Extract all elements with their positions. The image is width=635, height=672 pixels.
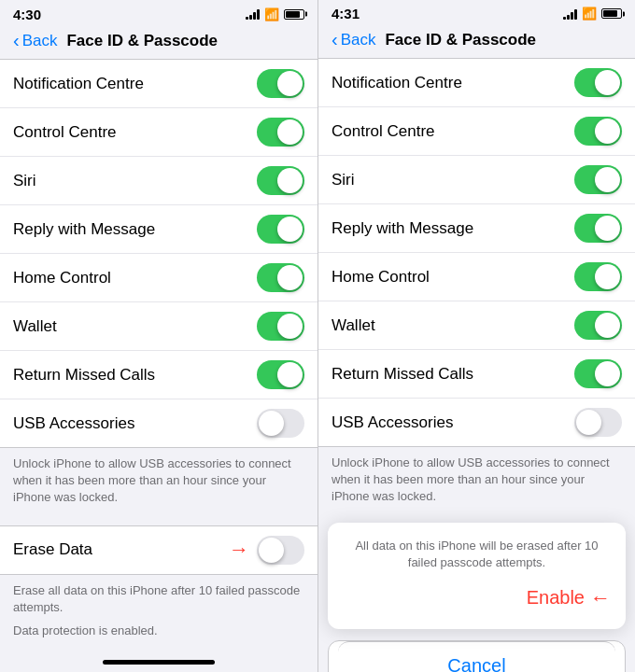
list-item[interactable]: Home Control (318, 253, 635, 301)
toggle-notification-centre-r[interactable] (574, 68, 622, 97)
list-item[interactable]: Home Control (0, 254, 318, 302)
cancel-label: Cancel (447, 655, 505, 672)
time-left: 4:30 (13, 7, 41, 22)
chevron-left-icon: ‹ (332, 29, 338, 50)
enable-button-row: Enable ← (343, 582, 611, 614)
list-item[interactable]: Control Centre (318, 107, 635, 156)
list-item[interactable]: Reply with Message (318, 204, 635, 253)
list-item[interactable]: Wallet (318, 301, 635, 350)
list-item[interactable]: Notification Centre (0, 60, 318, 108)
row-label: Siri (332, 171, 355, 189)
toggle-control-centre-r[interactable] (574, 117, 622, 146)
status-icons-left: 📶 (246, 7, 304, 21)
signal-icon (563, 8, 577, 20)
toggle-control-centre[interactable] (257, 118, 304, 147)
row-label: Return Missed Calls (13, 366, 155, 385)
erase-label: Erase Data (13, 540, 92, 559)
time-right: 4:31 (332, 6, 360, 21)
page-title-right: Face ID & Passcode (385, 31, 536, 49)
back-button-left[interactable]: ‹ Back (13, 30, 57, 51)
data-protection-text: Data protection is enabled. (0, 620, 318, 649)
enable-button[interactable]: Enable (527, 587, 585, 609)
toggle-calls-r[interactable] (574, 359, 622, 388)
arrow-left-icon: ← (590, 586, 611, 610)
dialog-box: All data on this iPhone will be erased a… (328, 523, 626, 629)
toggle-return-calls[interactable] (257, 360, 304, 389)
toggle-siri[interactable] (257, 166, 304, 195)
list-item[interactable]: Siri (0, 157, 318, 205)
list-item[interactable]: USB Accessories (0, 399, 318, 447)
settings-list-right: Notification Centre Control Centre Siri … (318, 58, 635, 447)
row-label: Home Control (332, 268, 430, 287)
status-bar-right: 4:31 📶 (318, 0, 635, 25)
row-label: Reply with Message (332, 219, 473, 238)
toggle-wallet-r[interactable] (574, 311, 622, 340)
toggle-erase[interactable] (257, 536, 304, 565)
status-icons-right: 📶 (563, 7, 622, 21)
erase-right: → (229, 536, 304, 565)
list-item[interactable]: Return Missed Calls (318, 350, 635, 399)
battery-icon (284, 9, 304, 20)
list-item[interactable]: Siri (318, 156, 635, 204)
list-item[interactable]: Notification Centre (318, 59, 635, 107)
row-label: Control Centre (13, 123, 117, 142)
row-label: Reply with Message (13, 220, 155, 239)
right-phone-panel: 4:31 📶 ‹ Back Face ID & Passcode Notific… (318, 0, 635, 672)
toggle-home-r[interactable] (574, 262, 622, 291)
toggle-notification-centre[interactable] (257, 69, 304, 98)
dialog-text: All data on this iPhone will be erased a… (343, 538, 611, 571)
erase-dialog: All data on this iPhone will be erased a… (328, 523, 626, 629)
toggle-reply-message[interactable] (257, 215, 304, 244)
wifi-icon: 📶 (264, 7, 279, 21)
arrow-right-icon: → (229, 538, 249, 562)
row-label: Return Missed Calls (332, 365, 473, 384)
toggle-reply-r[interactable] (574, 214, 622, 243)
erase-section: Erase Data → Erase all data on this iPho… (0, 525, 318, 649)
status-bar-left: 4:30 📶 (0, 0, 318, 26)
battery-icon (601, 8, 622, 19)
row-label: Siri (13, 172, 36, 190)
row-label: Control Centre (332, 122, 435, 141)
back-label-left: Back (22, 32, 58, 50)
toggle-siri-r[interactable] (574, 165, 622, 194)
chevron-left-icon: ‹ (13, 30, 20, 51)
home-indicator (103, 660, 215, 665)
page-title-left: Face ID & Passcode (66, 32, 218, 50)
list-item[interactable]: Return Missed Calls (0, 351, 318, 399)
back-button-right[interactable]: ‹ Back (332, 29, 375, 50)
row-label: Wallet (332, 316, 375, 335)
wifi-icon: 📶 (582, 7, 597, 21)
toggle-wallet[interactable] (257, 312, 304, 341)
row-label: Home Control (13, 269, 111, 287)
back-label-right: Back (341, 31, 376, 49)
row-label: USB Accessories (13, 414, 134, 433)
nav-bar-right: ‹ Back Face ID & Passcode (318, 25, 635, 58)
row-label: Notification Centre (13, 75, 144, 93)
usb-description: Unlock iPhone to allow USB accessories t… (0, 448, 318, 518)
row-label: Wallet (13, 317, 57, 336)
cancel-button[interactable]: Cancel (338, 641, 615, 672)
settings-list-left: Notification Centre Control Centre Siri … (0, 59, 318, 448)
toggle-home-control[interactable] (257, 263, 304, 292)
usb-description-right: Unlock iPhone to allow USB accessories t… (318, 447, 635, 517)
nav-bar-left: ‹ Back Face ID & Passcode (0, 26, 318, 59)
toggle-usb-r[interactable] (574, 408, 622, 437)
signal-icon (246, 8, 260, 20)
toggle-usb[interactable] (257, 409, 304, 438)
erase-data-row[interactable]: Erase Data → (0, 525, 318, 575)
list-item[interactable]: Wallet (0, 302, 318, 351)
row-label: USB Accessories (332, 413, 453, 432)
list-item[interactable]: Control Centre (0, 108, 318, 157)
left-phone-panel: 4:30 📶 ‹ Back Face ID & Passcode Notific… (0, 0, 318, 672)
row-label: Notification Centre (332, 74, 462, 92)
erase-description: Erase all data on this iPhone after 10 f… (0, 575, 318, 620)
list-item[interactable]: Reply with Message (0, 205, 318, 254)
list-item[interactable]: USB Accessories (318, 399, 635, 446)
